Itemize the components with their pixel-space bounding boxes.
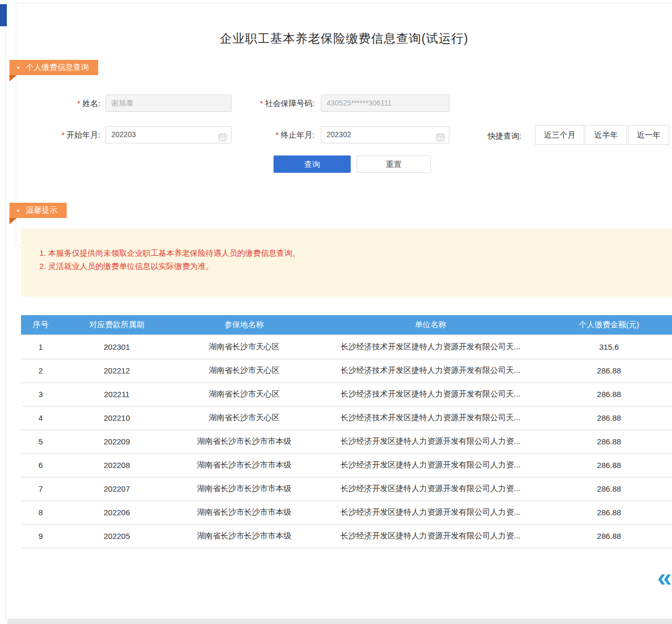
ssn-label-text: 社会保障号码: (265, 99, 314, 108)
end-month-label: *终止年月: (226, 126, 314, 143)
section-tab-personal-query: • 个人缴费信息查询 (9, 60, 98, 75)
start-month-input[interactable]: 202203 (106, 126, 232, 143)
sidebar-accent-block (0, 4, 7, 26)
table-cell: 9 (21, 524, 60, 548)
section-label: 个人缴费信息查询 (26, 63, 89, 72)
bottom-strip (7, 619, 672, 624)
table-cell: 6 (21, 453, 60, 477)
table-cell: 202212 (60, 359, 173, 382)
table-cell: 286.88 (546, 430, 672, 453)
section-tab-tips: • 温馨提示 (9, 203, 67, 218)
bullet-icon: • (17, 64, 19, 71)
table-cell: 长沙经济技术开发区捷特人力资源开发有限公司天... (315, 359, 546, 382)
table-cell: 286.88 (546, 524, 672, 548)
collapse-chevron-icon[interactable]: « (657, 564, 672, 590)
table-row: 1202301湖南省长沙市天心区长沙经济技术开发区捷特人力资源开发有限公司天..… (21, 335, 672, 359)
table-cell: 7 (21, 477, 60, 501)
table-cell: 长沙经济技术开发区捷特人力资源开发有限公司天... (315, 335, 546, 359)
table-cell: 202209 (60, 430, 173, 453)
table-cell: 长沙经济开发区捷特人力资源开发有限公司人力资... (315, 501, 546, 524)
table-cell: 202211 (60, 382, 173, 406)
ssn-input[interactable]: 430525******306111 (321, 95, 449, 112)
table-cell: 湖南省长沙市天心区 (173, 382, 315, 406)
table-cell: 286.88 (546, 477, 672, 501)
table-cell: 1 (21, 335, 60, 359)
bullet-icon: • (17, 206, 19, 214)
required-asterisk: * (260, 99, 263, 108)
table-cell: 长沙经济开发区捷特人力资源开发有限公司人力资... (315, 524, 546, 548)
ssn-value: 430525******306111 (327, 99, 392, 107)
table-cell: 202206 (60, 501, 173, 524)
quick-query-label: 快捷查询: (488, 126, 521, 146)
name-label: *姓名: (37, 95, 100, 112)
quick-option-last-year[interactable]: 近一年 (628, 125, 669, 145)
name-value: 谢旭泰 (111, 99, 133, 107)
table-cell: 3 (21, 382, 60, 406)
table-cell: 202205 (60, 524, 173, 548)
table-row: 5202209湖南省长沙市长沙市市本级长沙经济开发区捷特人力资源开发有限公司人力… (21, 430, 672, 453)
calendar-icon[interactable] (218, 131, 227, 143)
table-body: 1202301湖南省长沙市天心区长沙经济技术开发区捷特人力资源开发有限公司天..… (21, 335, 672, 548)
calendar-icon[interactable] (436, 131, 445, 143)
ribbon-fold (9, 218, 17, 224)
end-month-value: 202302 (327, 130, 351, 139)
table-cell: 湖南省长沙市长沙市市本级 (173, 477, 315, 501)
table-cell: 长沙经济技术开发区捷特人力资源开发有限公司天... (315, 406, 546, 430)
table-cell: 315.6 (546, 335, 672, 359)
table-cell: 202210 (60, 406, 173, 430)
payment-table: 序号对应费款所属期参保地名称单位名称个人缴费金额(元) 1202301湖南省长沙… (21, 315, 672, 549)
required-asterisk: * (276, 130, 279, 139)
table-cell: 湖南省长沙市长沙市市本级 (173, 430, 315, 453)
quick-query-group: 近三个月 近半年 近一年 (535, 125, 669, 145)
table-header-cell: 序号 (21, 315, 60, 335)
query-form-card: 企业职工基本养老保险缴费信息查询(试运行) *姓名: 谢旭泰 *社会保障号码: … (16, 3, 672, 245)
table-cell: 长沙经济开发区捷特人力资源开发有限公司人力资... (315, 477, 546, 501)
table-cell: 湖南省长沙市长沙市市本级 (173, 524, 315, 548)
table-cell: 202208 (60, 453, 173, 477)
end-month-label-text: 终止年月: (281, 130, 314, 139)
table-row: 2202212湖南省长沙市天心区长沙经济技术开发区捷特人力资源开发有限公司天..… (21, 359, 672, 382)
table-cell: 202301 (60, 335, 173, 359)
table-row: 4202210湖南省长沙市天心区长沙经济技术开发区捷特人力资源开发有限公司天..… (21, 406, 672, 430)
table-cell: 286.88 (546, 501, 672, 524)
start-month-label: *开始年月: (37, 126, 100, 143)
ribbon-fold (9, 75, 17, 81)
table-row: 9202205湖南省长沙市长沙市市本级长沙经济开发区捷特人力资源开发有限公司人力… (21, 524, 672, 548)
quick-option-last-half-year[interactable]: 近半年 (585, 125, 627, 145)
tips-box: 1. 本服务仅提供尚未领取企业职工基本养老保险待遇人员的缴费信息查询。 2. 灵… (21, 228, 672, 297)
required-asterisk: * (77, 99, 80, 108)
table-cell: 286.88 (546, 359, 672, 382)
left-rail-divider (5, 0, 6, 619)
end-month-input[interactable]: 202302 (321, 126, 449, 143)
page-title: 企业职工基本养老保险缴费信息查询(试运行) (16, 30, 672, 47)
section-label: 温馨提示 (26, 205, 57, 215)
table-cell: 湖南省长沙市长沙市市本级 (173, 453, 315, 477)
table-cell: 2 (21, 359, 60, 382)
table-header-row: 序号对应费款所属期参保地名称单位名称个人缴费金额(元) (21, 315, 672, 335)
ssn-label: *社会保障号码: (226, 95, 314, 112)
table-cell: 长沙经济技术开发区捷特人力资源开发有限公司天... (315, 382, 546, 406)
table-row: 7202207湖南省长沙市长沙市市本级长沙经济开发区捷特人力资源开发有限公司人力… (21, 477, 672, 501)
query-button[interactable]: 查询 (274, 155, 351, 173)
table-header-cell: 对应费款所属期 (60, 315, 173, 335)
table-row: 3202211湖南省长沙市天心区长沙经济技术开发区捷特人力资源开发有限公司天..… (21, 382, 672, 406)
name-input[interactable]: 谢旭泰 (106, 95, 232, 112)
table-header-cell: 单位名称 (315, 315, 546, 335)
table-cell: 4 (21, 406, 60, 430)
name-label-text: 姓名: (82, 99, 100, 108)
table-cell: 长沙经济开发区捷特人力资源开发有限公司人力资... (315, 453, 546, 477)
table-cell: 5 (21, 430, 60, 453)
quick-option-last-3-months[interactable]: 近三个月 (535, 125, 584, 145)
table-cell: 湖南省长沙市长沙市市本级 (173, 501, 315, 524)
reset-button[interactable]: 重置 (356, 155, 431, 173)
table-cell: 湖南省长沙市天心区 (173, 335, 315, 359)
tip-line: 2. 灵活就业人员的缴费单位信息以实际缴费为准。 (39, 259, 662, 273)
table-cell: 湖南省长沙市天心区 (173, 406, 315, 430)
required-asterisk: * (61, 130, 65, 139)
table-header-cell: 参保地名称 (173, 315, 315, 335)
table-header-cell: 个人缴费金额(元) (546, 315, 672, 335)
table-cell: 202207 (60, 477, 173, 501)
table-cell: 8 (21, 501, 60, 524)
table-cell: 286.88 (546, 406, 672, 430)
tip-line: 1. 本服务仅提供尚未领取企业职工基本养老保险待遇人员的缴费信息查询。 (39, 246, 662, 259)
